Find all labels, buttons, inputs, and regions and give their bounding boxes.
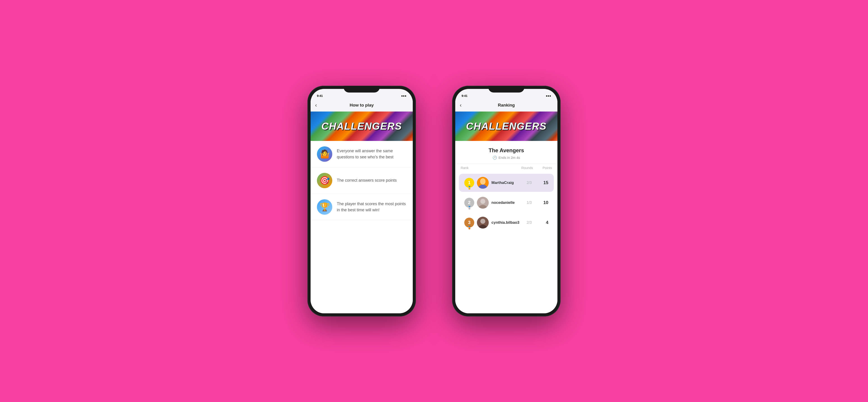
ranking-table-header: Rank Rounds Points — [455, 164, 557, 172]
rule-icon-2: 🎯 — [317, 173, 332, 188]
challengers-title-left: CHALLENGERS — [321, 121, 402, 132]
player-name-1: MarthaCraig — [491, 180, 521, 185]
ranking-row-2: 2 🥈 nocedanielle 1/3 10 — [459, 194, 554, 212]
status-icons-left: ●●● — [401, 94, 406, 97]
rule-text-2: The correct answers score points — [337, 177, 406, 183]
team-header: The Avengers 🕐 Ends in 2m 4s — [455, 141, 557, 164]
phone-left: 9:41 ●●● ‹ How to play CHALLENGERS 🤷 Eve… — [307, 86, 416, 316]
nav-title-left: How to play — [350, 103, 374, 108]
nav-bar-left: ‹ How to play — [311, 99, 413, 112]
nav-title-right: Ranking — [498, 103, 515, 108]
avatar-2 — [477, 197, 489, 208]
timer: 🕐 Ends in 2m 4s — [460, 155, 553, 160]
notch-left — [344, 86, 380, 92]
banner-left: CHALLENGERS — [311, 112, 413, 141]
rank-badge-3: 3 🥉 — [464, 218, 474, 228]
player-rounds-1: 2/3 — [521, 181, 537, 185]
medal-2: 🥈 — [467, 206, 471, 209]
header-rank: Rank — [461, 166, 479, 170]
player-name-3: cynthia.bilbao3 — [491, 220, 521, 225]
timer-label: Ends in 2m 4s — [498, 156, 520, 160]
rule-text-3: The player that scores the most points i… — [337, 201, 406, 213]
avatar-3 — [477, 217, 489, 229]
player-points-2: 10 — [537, 200, 548, 205]
rank-badge-2: 2 🥈 — [464, 198, 474, 208]
banner-right: CHALLENGERS — [455, 112, 557, 141]
rule-item-1: 🤷 Everyone will answer the same question… — [311, 141, 413, 167]
player-rounds-3: 2/3 — [521, 221, 537, 225]
svg-point-5 — [480, 199, 485, 204]
player-rounds-2: 1/3 — [521, 201, 537, 205]
player-name-2: nocedanielle — [491, 200, 521, 205]
status-time-left: 9:41 — [317, 94, 323, 97]
ranking-row-3: 3 🥉 cynthia.bilbao3 2/3 4 — [459, 213, 554, 232]
back-button-left[interactable]: ‹ — [315, 102, 317, 108]
challengers-title-right: CHALLENGERS — [466, 121, 547, 132]
ranking-row-1: 1 🥇 MarthaCraig 2/3 15 — [459, 174, 554, 192]
rule-icon-1: 🤷 — [317, 146, 332, 162]
status-time-right: 9:41 — [462, 94, 467, 97]
header-rounds: Rounds — [518, 166, 536, 170]
header-points: Points — [536, 166, 552, 170]
svg-point-3 — [480, 179, 485, 184]
timer-icon: 🕐 — [493, 155, 497, 160]
ranking-content: The Avengers 🕐 Ends in 2m 4s Rank Rounds… — [455, 141, 557, 313]
status-icons-right: ●●● — [546, 94, 551, 97]
player-points-3: 4 — [537, 220, 548, 225]
player-points-1: 15 — [537, 180, 548, 185]
rule-item-2: 🎯 The correct answers score points — [311, 167, 413, 194]
rule-text-1: Everyone will answer the same questions … — [337, 148, 406, 160]
team-name: The Avengers — [460, 147, 553, 153]
svg-point-8 — [480, 219, 485, 224]
medal-1: 🥇 — [467, 186, 471, 190]
avatar-1 — [477, 177, 489, 189]
back-button-right[interactable]: ‹ — [460, 102, 462, 108]
rule-icon-3: 🏆 — [317, 199, 332, 215]
phone-right: 9:41 ●●● ‹ Ranking CHALLENGERS The Aveng… — [452, 86, 561, 316]
header-player — [479, 166, 518, 170]
rank-badge-1: 1 🥇 — [464, 178, 474, 188]
nav-bar-right: ‹ Ranking — [455, 99, 557, 112]
rule-item-3: 🏆 The player that scores the most points… — [311, 194, 413, 220]
how-to-play-content: 🤷 Everyone will answer the same question… — [311, 141, 413, 313]
medal-3: 🥉 — [467, 226, 471, 229]
notch-right — [488, 86, 524, 92]
